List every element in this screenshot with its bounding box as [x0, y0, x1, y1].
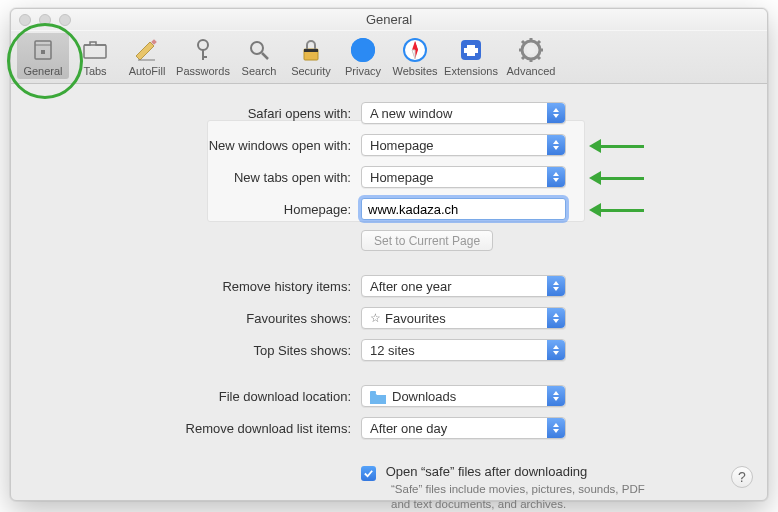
svg-point-6 — [198, 40, 208, 50]
label-new-windows: New windows open with: — [31, 138, 361, 153]
svg-line-27 — [537, 41, 540, 44]
remove-downloads-select[interactable]: After one day — [361, 417, 566, 439]
chevron-updown-icon — [547, 386, 565, 406]
tab-websites[interactable]: Websites — [389, 33, 441, 79]
svg-line-10 — [262, 53, 268, 59]
label-homepage: Homepage: — [31, 202, 361, 217]
open-safe-checkbox[interactable] — [361, 466, 376, 481]
preferences-body: Safari opens with: A new window New wind… — [11, 84, 767, 512]
label-remove-history: Remove history items: — [31, 279, 361, 294]
label-download-loc: File download location: — [31, 389, 361, 404]
favourites-select[interactable]: ☆ Favourites — [361, 307, 566, 329]
close-icon[interactable] — [19, 14, 31, 26]
autofill-icon — [121, 35, 173, 65]
general-icon — [17, 35, 69, 65]
label-favourites: Favourites shows: — [31, 311, 361, 326]
search-icon — [233, 35, 285, 65]
open-safe-label: Open “safe” files after downloading — [386, 464, 588, 479]
privacy-icon — [337, 35, 389, 65]
svg-rect-8 — [202, 56, 207, 58]
titlebar: General — [11, 9, 767, 31]
download-location-select[interactable]: Downloads — [361, 385, 566, 407]
set-current-page-button[interactable]: Set to Current Page — [361, 230, 493, 251]
tab-security[interactable]: Security — [285, 33, 337, 79]
chevron-updown-icon — [547, 308, 565, 328]
key-icon — [173, 35, 233, 65]
safe-files-help-text: “Safe” files include movies, pictures, s… — [391, 482, 661, 512]
window-controls[interactable] — [19, 14, 71, 26]
gear-icon — [501, 35, 561, 65]
label-top-sites: Top Sites shows: — [31, 343, 361, 358]
chevron-updown-icon — [547, 135, 565, 155]
svg-line-28 — [522, 56, 525, 59]
tab-tabs[interactable]: Tabs — [69, 33, 121, 79]
minimize-icon[interactable] — [39, 14, 51, 26]
tab-autofill[interactable]: AutoFill — [121, 33, 173, 79]
svg-point-29 — [527, 46, 535, 54]
top-sites-select[interactable]: 12 sites — [361, 339, 566, 361]
star-icon: ☆ — [370, 311, 381, 325]
lock-icon — [285, 35, 337, 65]
tab-extensions[interactable]: Extensions — [441, 33, 501, 79]
homepage-input[interactable] — [361, 198, 566, 220]
safari-opens-select[interactable]: A new window — [361, 102, 566, 124]
chevron-updown-icon — [547, 167, 565, 187]
svg-line-26 — [537, 56, 540, 59]
preferences-toolbar: General Tabs AutoFill Passwords Search — [11, 31, 767, 84]
extensions-icon — [441, 35, 501, 65]
label-new-tabs: New tabs open with: — [31, 170, 361, 185]
zoom-icon[interactable] — [59, 14, 71, 26]
tabs-icon — [69, 35, 121, 65]
label-remove-downloads: Remove download list items: — [31, 421, 361, 436]
chevron-updown-icon — [547, 276, 565, 296]
svg-rect-30 — [370, 391, 376, 394]
check-icon — [363, 468, 374, 479]
chevron-updown-icon — [547, 103, 565, 123]
new-windows-select[interactable]: Homepage — [361, 134, 566, 156]
svg-rect-3 — [84, 45, 106, 58]
svg-rect-12 — [304, 49, 318, 52]
preferences-window: General General Tabs AutoFill Passwords — [10, 8, 768, 501]
tab-search[interactable]: Search — [233, 33, 285, 79]
folder-icon — [370, 391, 386, 404]
new-tabs-select[interactable]: Homepage — [361, 166, 566, 188]
tab-advanced[interactable]: Advanced — [501, 33, 561, 79]
svg-rect-7 — [202, 49, 204, 60]
chevron-updown-icon — [547, 340, 565, 360]
svg-point-9 — [251, 42, 263, 54]
svg-line-25 — [522, 41, 525, 44]
remove-history-select[interactable]: After one year — [361, 275, 566, 297]
tab-privacy[interactable]: Privacy — [337, 33, 389, 79]
label-safari-opens: Safari opens with: — [31, 106, 361, 121]
svg-rect-2 — [41, 50, 45, 54]
chevron-updown-icon — [547, 418, 565, 438]
compass-icon — [389, 35, 441, 65]
tab-passwords[interactable]: Passwords — [173, 33, 233, 79]
tab-general[interactable]: General — [17, 33, 69, 79]
window-title: General — [366, 12, 412, 27]
